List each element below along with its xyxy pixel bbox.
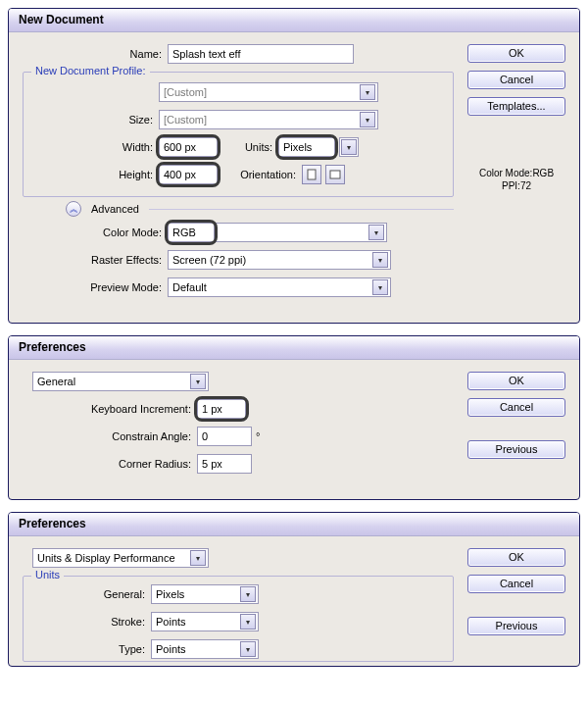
chevron-down-icon: ▾ [372, 279, 388, 295]
corner-radius-label: Corner Radius: [23, 458, 197, 470]
color-mode-select[interactable]: ▾ [215, 223, 387, 242]
raster-select[interactable]: Screen (72 ppi) ▾ [168, 250, 391, 270]
orientation-landscape-button[interactable] [325, 165, 345, 184]
preview-select[interactable]: Default ▾ [168, 277, 391, 297]
advanced-toggle[interactable]: ︽ [66, 201, 81, 217]
keyboard-increment-input[interactable] [197, 399, 246, 419]
units-label: Units: [218, 141, 278, 153]
units-fieldset: Units General: Pixels ▾ Stroke: Points ▾ [23, 576, 454, 662]
name-input[interactable] [168, 44, 354, 64]
constrain-angle-label: Constrain Angle: [23, 430, 197, 442]
width-label: Width: [33, 141, 159, 153]
type-units-label: Type: [33, 643, 151, 655]
cancel-button[interactable]: Cancel [467, 398, 565, 417]
constrain-angle-input[interactable] [197, 427, 252, 446]
color-mode-text: RGB [168, 223, 215, 242]
dialog-title: New Document [9, 9, 579, 32]
dialog-title: Preferences [9, 513, 579, 536]
templates-button[interactable]: Templates... [467, 97, 565, 116]
cancel-button[interactable]: Cancel [467, 71, 565, 89]
previous-button[interactable]: Previous [467, 440, 565, 459]
preferences-general-dialog: Preferences General ▾ Keyboard Increment… [8, 335, 580, 500]
advanced-label: Advanced [91, 203, 139, 215]
units-select[interactable]: Pixels [278, 137, 335, 157]
prefs-section-select[interactable]: General ▾ [32, 372, 209, 391]
ok-button[interactable]: OK [467, 548, 565, 567]
chevron-down-icon: ▾ [190, 550, 206, 566]
chevron-down-icon: ▾ [341, 139, 357, 155]
size-label: Size: [33, 114, 159, 126]
stroke-units-label: Stroke: [33, 616, 151, 628]
profile-select[interactable]: [Custom] ▾ [159, 82, 378, 102]
chevron-down-icon: ▾ [240, 586, 256, 602]
keyboard-increment-label: Keyboard Increment: [23, 403, 197, 415]
svg-rect-0 [308, 170, 316, 179]
name-label: Name: [23, 48, 168, 60]
degree-symbol: ° [252, 430, 260, 442]
chevron-down-icon: ▾ [372, 252, 388, 268]
corner-radius-input[interactable] [197, 454, 252, 474]
portrait-icon [307, 169, 317, 180]
preferences-units-dialog: Preferences Units & Display Performance … [8, 512, 580, 667]
chevron-down-icon: ▾ [360, 84, 375, 100]
chevron-down-icon: ▾ [368, 225, 384, 240]
size-select[interactable]: [Custom] ▾ [159, 110, 378, 129]
svg-rect-1 [330, 171, 340, 178]
general-units-label: General: [33, 588, 151, 600]
previous-button[interactable]: Previous [467, 617, 565, 635]
orientation-portrait-button[interactable] [302, 165, 321, 184]
cancel-button[interactable]: Cancel [467, 575, 565, 593]
width-input[interactable] [159, 137, 218, 157]
new-document-dialog: New Document Name: New Document Profile:… [8, 8, 580, 324]
height-input[interactable] [159, 165, 218, 184]
info-text: Color Mode:RGB PPI:72 [467, 167, 565, 192]
prefs-section-select[interactable]: Units & Display Performance ▾ [32, 548, 209, 568]
raster-label: Raster Effects: [23, 254, 168, 266]
color-mode-label: Color Mode: [23, 227, 168, 238]
units-dropdown-arrow[interactable]: ▾ [339, 137, 359, 157]
profile-fieldset: New Document Profile: [Custom] ▾ Size: [… [23, 72, 454, 197]
chevron-down-icon: ▾ [190, 374, 206, 389]
landscape-icon [329, 170, 341, 179]
units-legend: Units [31, 569, 64, 580]
dialog-title: Preferences [9, 336, 579, 360]
ok-button[interactable]: OK [467, 372, 565, 390]
height-label: Height: [33, 169, 159, 180]
chevron-down-icon: ▾ [240, 614, 256, 630]
profile-label: New Document Profile: [31, 65, 150, 76]
ok-button[interactable]: OK [467, 44, 565, 63]
preview-label: Preview Mode: [23, 281, 168, 293]
chevron-down-icon: ▾ [240, 641, 256, 657]
general-units-select[interactable]: Pixels ▾ [151, 584, 259, 604]
orientation-label: Orientation: [218, 169, 302, 180]
stroke-units-select[interactable]: Points ▾ [151, 612, 259, 631]
chevron-down-icon: ▾ [360, 112, 375, 127]
type-units-select[interactable]: Points ▾ [151, 639, 259, 659]
